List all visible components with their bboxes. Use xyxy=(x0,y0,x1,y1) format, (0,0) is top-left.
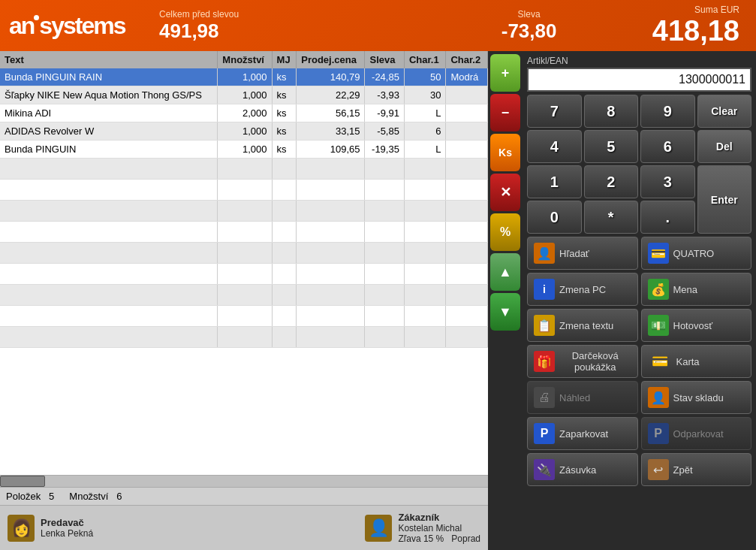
nahlad-button[interactable]: 🖨 Náhled xyxy=(527,381,638,414)
btn-4[interactable]: 4 xyxy=(527,130,582,163)
items-table: Text Množství MJ Prodej.cena Sleva Char.… xyxy=(0,51,488,348)
darcekova-button[interactable]: 🎁 Darčeková poukážka xyxy=(527,345,638,378)
stav-skladu-icon: 👤 xyxy=(648,387,669,408)
zasuvka-button[interactable]: 🔌 Zásuvka xyxy=(527,453,638,486)
table-row-empty xyxy=(0,222,488,243)
btn-2[interactable]: 2 xyxy=(584,165,639,198)
stav-skladu-label: Stav skladu xyxy=(673,392,724,403)
polozek-value: 5 xyxy=(49,491,54,502)
btn-3[interactable]: 3 xyxy=(640,165,695,198)
logo-area: an systems xyxy=(9,12,144,40)
zmena-pc-button[interactable]: i Zmena PC xyxy=(527,273,638,306)
mnozstvi-status: Množství 6 xyxy=(69,491,122,502)
karta-icon: 💳 xyxy=(648,354,672,369)
numpad: 7 8 9 Clear 4 5 6 Del 1 2 3 Enter 0 * . xyxy=(527,95,751,234)
ks-button[interactable]: Ks xyxy=(490,134,520,171)
btn-8[interactable]: 8 xyxy=(584,95,639,128)
logo-dot xyxy=(34,15,39,20)
mnozstvi-label: Množství xyxy=(69,491,108,502)
logo: an systems xyxy=(9,12,125,40)
zaparkovat-button[interactable]: P Zaparkovat xyxy=(527,417,638,450)
hladat-button[interactable]: 👤 Hľadať xyxy=(527,237,638,270)
zaparkovat-icon: P xyxy=(534,423,555,444)
hladat-icon: 👤 xyxy=(534,243,555,264)
plus-button[interactable]: + xyxy=(490,54,520,92)
cancel-button[interactable]: ✕ xyxy=(490,174,520,211)
darcekova-icon: 🎁 xyxy=(534,351,555,372)
btn-1[interactable]: 1 xyxy=(527,165,582,198)
mena-icon: 💰 xyxy=(648,279,669,300)
table-row-empty xyxy=(0,327,488,348)
stav-skladu-button[interactable]: 👤 Stav skladu xyxy=(641,381,752,414)
arrow-down-button[interactable]: ▼ xyxy=(490,293,520,331)
btn-clear[interactable]: Clear xyxy=(697,95,752,128)
btn-7[interactable]: 7 xyxy=(527,95,582,128)
suma-value: 418,18 xyxy=(652,15,739,47)
table-row-empty xyxy=(0,285,488,306)
sleva-label: Sleva xyxy=(518,9,541,20)
quatro-icon: 💳 xyxy=(648,243,669,264)
app-container: an systems Celkem před slevou 491,98 Sle… xyxy=(0,0,756,550)
karta-label: Karta xyxy=(676,356,700,367)
table-row[interactable]: ADIDAS Revolver W1,000ks33,15-5,856 xyxy=(0,122,488,141)
sleva-value: -73,80 xyxy=(501,20,557,43)
minus-button[interactable]: − xyxy=(490,94,520,131)
table-row[interactable]: Bunda PINGUIN1,000ks109,65-19,35L xyxy=(0,141,488,159)
btn-6[interactable]: 6 xyxy=(640,130,695,163)
mena-label: Mena xyxy=(673,284,698,295)
col-mj: MJ xyxy=(272,51,297,68)
hotovost-icon: 💵 xyxy=(648,315,669,336)
col-mnozstvi: Množství xyxy=(218,51,272,68)
horizontal-scrollbar[interactable] xyxy=(0,475,488,487)
btn-enter[interactable]: Enter xyxy=(697,165,752,234)
prodavac-section: 👩 Predavač Lenka Pekná xyxy=(8,515,93,542)
karta-button[interactable]: 💳 Karta xyxy=(641,345,752,378)
zpet-icon: ↩ xyxy=(648,459,669,480)
odparkovat-icon: P xyxy=(648,423,669,444)
zmena-textu-button[interactable]: 📋 Zmena textu xyxy=(527,309,638,342)
table-row[interactable]: Bunda PINGUIN RAIN1,000ks140,79-24,8550M… xyxy=(0,68,488,86)
quatro-button[interactable]: 💳 QUATRO xyxy=(641,237,752,270)
table-row-empty xyxy=(0,306,488,327)
zmena-pc-label: Zmena PC xyxy=(559,284,606,295)
table-row-empty xyxy=(0,243,488,264)
zpet-button[interactable]: ↩ Zpět xyxy=(641,453,752,486)
table-row[interactable]: Mikina ADI2,000ks56,15-9,91L xyxy=(0,104,488,122)
quatro-label: QUATRO xyxy=(673,248,715,259)
btn-del[interactable]: Del xyxy=(697,130,752,163)
polozek-label: Položek xyxy=(6,491,41,502)
mena-button[interactable]: 💰 Mena xyxy=(641,273,752,306)
prodavac-text: Predavač Lenka Pekná xyxy=(41,517,93,539)
scrollbar-thumb[interactable] xyxy=(0,476,45,487)
btn-0[interactable]: 0 xyxy=(527,201,582,234)
btn-dot[interactable]: . xyxy=(640,201,695,234)
celkem-label: Celkem před slevou xyxy=(159,9,239,20)
percent-button[interactable]: % xyxy=(490,213,520,251)
zmena-pc-icon: i xyxy=(534,279,555,300)
col-char1: Char.1 xyxy=(404,51,446,68)
content-row: Text Množství MJ Prodej.cena Sleva Char.… xyxy=(0,51,756,550)
suma-section: Suma EUR 418,18 xyxy=(652,5,747,47)
zasuvka-label: Zásuvka xyxy=(559,464,596,476)
header: an systems Celkem před slevou 491,98 Sle… xyxy=(0,0,756,51)
btn-asterisk[interactable]: * xyxy=(584,201,639,234)
table-row-empty xyxy=(0,201,488,222)
table-row[interactable]: Šľapky NIKE New Aqua Motion Thong GS/PS1… xyxy=(0,86,488,104)
arrow-up-button[interactable]: ▲ xyxy=(490,253,520,291)
zlava-label: Zľava 15 % xyxy=(398,533,444,544)
odparkovat-button[interactable]: P Odparkovat xyxy=(641,417,752,450)
suma-label: Suma EUR xyxy=(694,5,739,15)
darcekova-label: Darčeková poukážka xyxy=(559,350,631,373)
btn-5[interactable]: 5 xyxy=(584,130,639,163)
btn-9[interactable]: 9 xyxy=(640,95,695,128)
footer-bar: 👩 Predavač Lenka Pekná 👤 Zákazník Kostel… xyxy=(0,505,488,550)
col-text: Text xyxy=(0,51,218,68)
artikl-input[interactable] xyxy=(527,68,751,92)
hotovost-button[interactable]: 💵 Hotovosť xyxy=(641,309,752,342)
right-panel: Artikl/EAN 7 8 9 Clear 4 5 6 Del 1 2 3 E… xyxy=(523,51,756,550)
table-header-row: Text Množství MJ Prodej.cena Sleva Char.… xyxy=(0,51,488,68)
center-column: + − Ks ✕ % ▲ ▼ xyxy=(488,51,523,550)
table-wrapper[interactable]: Text Množství MJ Prodej.cena Sleva Char.… xyxy=(0,51,488,475)
prodavac-label: Predavač xyxy=(41,517,93,528)
col-sleva: Sleva xyxy=(365,51,404,68)
